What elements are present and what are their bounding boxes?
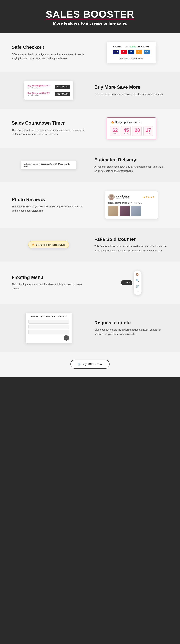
countdown-mins: 28 MINS — [132, 126, 142, 136]
promo-card: Buy 3 items get 10% OFF on each product … — [24, 81, 74, 100]
hurry-text: 🔥 Hurry up! Sale end in: — [111, 120, 152, 124]
feature-title-sold-counter: Fake Sold Counter — [94, 236, 168, 242]
cta-section: 🛒 Buy XStore Now — [0, 352, 180, 378]
quote-field-3 — [28, 330, 69, 334]
review-text: I really like the shirt!!! Delivery is f… — [108, 202, 154, 204]
review-photos — [108, 206, 154, 216]
feature-floating-menu: Floating Menu Show floating menu that co… — [0, 262, 180, 304]
feature-visual-reviews: Jane Cooper October 7, 2023 ★★★★★ I real… — [94, 191, 168, 219]
floating-home-label[interactable]: Home — [121, 280, 132, 286]
countdown-days-label: DAYS — [112, 133, 117, 134]
feature-safe-checkout: Safe Checkout Different safe checkout ba… — [0, 33, 180, 72]
checkout-guaranteed-label: GUARANTEED SAFE CHECKOUT — [112, 46, 152, 48]
add-to-cart-btn-2[interactable]: ADD TO CART — [55, 92, 70, 96]
svg-point-0 — [110, 195, 113, 198]
feature-desc-delivery: A research study has shown that 63% of u… — [94, 165, 168, 173]
reviewer-details: Jane Cooper October 7, 2023 — [116, 195, 130, 199]
question-icon: ? — [66, 336, 67, 339]
payment-icons-row: VISA MC PP ₿ AMX — [112, 50, 152, 54]
feature-visual-delivery: Estimated delivery: November 6, 2023 - D… — [12, 161, 86, 170]
quote-btn-area: ? — [28, 335, 69, 340]
feature-title-delivery: Estimated Delivery — [94, 157, 168, 162]
feature-title-floating-menu: Floating Menu — [12, 274, 86, 280]
feature-text-countdown: Sales Countdown Timer The countdown time… — [12, 120, 86, 136]
countdown-card: 🔥 Hurry up! Sale end in: 62 DAYS 45 HOUR… — [107, 118, 156, 140]
feature-title-countdown: Sales Countdown Timer — [12, 120, 86, 126]
amex-icon: AMX — [144, 50, 150, 54]
countdown-mins-value: 28 — [135, 128, 139, 132]
countdown-days: 62 DAYS — [110, 126, 120, 136]
add-to-cart-btn-1[interactable]: ADD TO CART — [55, 85, 70, 89]
feature-text-safe-checkout: Safe Checkout Different safe checkout ba… — [12, 44, 86, 61]
floating-home-icon: 🏠 — [136, 273, 140, 276]
feature-visual-countdown: 🔥 Hurry up! Sale end in: 62 DAYS 45 HOUR… — [94, 118, 168, 140]
floating-menu-demo: Home 🏠 🔍 🛒 ··· — [121, 270, 142, 295]
promo-item-2: Buy 6 items get 20% OFF on each product … — [28, 90, 70, 98]
svg-point-1 — [109, 198, 114, 200]
feature-desc-floating-menu: Show floating menu that could add extra … — [12, 282, 86, 291]
countdown-secs-label: SECS — [146, 133, 150, 134]
feature-visual-floating-menu: Home 🏠 🔍 🛒 ··· — [94, 270, 168, 295]
feature-quote: Request a quote Give your customers the … — [0, 304, 180, 352]
mastercard-icon: MC — [121, 50, 127, 54]
feature-desc-buy-more: Start selling more and retain customers … — [94, 92, 168, 96]
fire-icon: 🔥 — [32, 244, 35, 246]
feature-desc-quote: Give your customers the option to reques… — [94, 328, 168, 336]
feature-visual-quote: HAVE ANY QUESTIONS ABOUT PRODUCT? ? — [12, 313, 86, 344]
feature-title-buy-more: Buy More Save More — [94, 84, 168, 90]
checkout-badge-card: GUARANTEED SAFE CHECKOUT VISA MC PP ₿ AM… — [107, 42, 156, 63]
feature-text-buy-more: Buy More Save More Start selling more an… — [94, 84, 168, 96]
feature-text-sold-counter: Fake Sold Counter This feature allows to… — [94, 236, 168, 253]
feature-text-delivery: Estimated Delivery A research study has … — [94, 157, 168, 173]
feature-title-reviews: Photo Reviews — [12, 197, 86, 202]
avatar — [108, 194, 115, 200]
visa-icon: VISA — [113, 50, 119, 54]
delivery-label: Estimated delivery: — [24, 163, 40, 165]
quote-submit-btn[interactable]: ? — [64, 335, 69, 340]
promo-sublabel-1: on each product — [28, 87, 50, 89]
floating-menu-bar: 🏠 🔍 🛒 ··· — [134, 270, 142, 295]
countdown-hours: 45 HOURS — [121, 126, 130, 136]
countdown-days-value: 62 — [112, 128, 117, 132]
countdown-secs-value: 17 — [146, 128, 150, 132]
feature-visual-sold-counter: 🔥 8 items sold in last 24 hours — [12, 241, 86, 248]
feature-desc-sold-counter: This feature allows to increase conversi… — [94, 244, 168, 253]
countdown-hours-value: 45 — [124, 128, 128, 132]
reviewer-name: Jane Cooper — [116, 195, 130, 197]
buy-now-button[interactable]: 🛒 Buy XStore Now — [70, 360, 110, 369]
hero-section: SALES BOOSTER More features to increase … — [0, 0, 180, 33]
floating-search-icon: 🔍 — [136, 279, 140, 282]
review-photo-1 — [108, 206, 118, 216]
feature-sold-counter: Fake Sold Counter This feature allows to… — [0, 228, 180, 262]
feature-visual-safe-checkout: GUARANTEED SAFE CHECKOUT VISA MC PP ₿ AM… — [94, 42, 168, 63]
reviewer-info: Jane Cooper October 7, 2023 — [108, 194, 130, 200]
feature-buy-more: Buy More Save More Start selling more an… — [0, 72, 180, 109]
review-photo-2 — [120, 206, 130, 216]
feature-title-safe-checkout: Safe Checkout — [12, 44, 86, 50]
feature-reviews: Photo Reviews This feature will help you… — [0, 182, 180, 228]
bitcoin-icon: ₿ — [136, 50, 142, 54]
reviewer-date: October 7, 2023 — [116, 197, 130, 199]
review-photo-3 — [131, 206, 141, 216]
feature-text-reviews: Photo Reviews This feature will help you… — [12, 197, 86, 213]
feature-text-floating-menu: Floating Menu Show floating menu that co… — [12, 274, 86, 291]
sold-counter-badge: 🔥 8 items sold in last 24 hours — [28, 241, 69, 248]
promo-item-1: Buy 3 items get 10% OFF on each product … — [28, 83, 70, 90]
review-header: Jane Cooper October 7, 2023 ★★★★★ — [108, 194, 154, 200]
review-stars: ★★★★★ — [143, 196, 154, 198]
review-card: Jane Cooper October 7, 2023 ★★★★★ I real… — [105, 191, 158, 219]
feature-desc-reviews: This feature will help you to create a s… — [12, 204, 86, 213]
feature-text-quote: Request a quote Give your customers the … — [94, 320, 168, 336]
feature-visual-buy-more: Buy 3 items get 10% OFF on each product … — [12, 81, 86, 100]
hero-subtitle: More features to increase online sales — [6, 21, 174, 26]
feature-desc-safe-checkout: Different safe checkout badges increase … — [12, 52, 86, 61]
sold-counter-text: 8 items sold in last 24 hours — [36, 244, 66, 246]
promo-label-1: Buy 3 items get 10% OFF — [28, 85, 50, 87]
countdown-boxes: 62 DAYS 45 HOURS 28 MINS 17 SECS — [111, 126, 152, 136]
floating-cart-icon: 🛒 — [136, 284, 140, 288]
quote-field-2 — [28, 325, 69, 329]
promo-sublabel-2: on each product — [28, 94, 50, 96]
feature-countdown: Sales Countdown Timer The countdown time… — [0, 109, 180, 148]
promo-label-2: Buy 6 items get 20% OFF — [28, 92, 50, 94]
feature-title-quote: Request a quote — [94, 320, 168, 326]
